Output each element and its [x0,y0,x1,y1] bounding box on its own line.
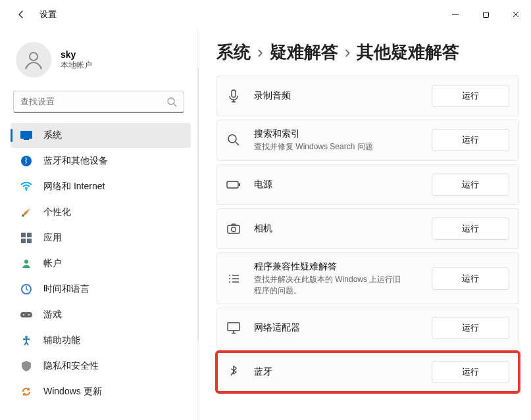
sidebar-item-label: Windows 更新 [43,386,102,398]
list-icon [226,271,241,286]
run-button[interactable]: 运行 [432,174,509,196]
svg-point-29 [229,278,230,279]
troubleshooter-network-adapter: 网络适配器 运行 [216,308,519,348]
svg-rect-23 [227,181,238,188]
bluetooth-icon [226,365,241,379]
search-box[interactable] [13,91,184,113]
svg-rect-16 [20,312,32,317]
run-button[interactable]: 运行 [432,268,509,290]
sidebar-item-privacy[interactable]: 隐私和安全性 [11,354,191,379]
sidebar-item-label: 辅助功能 [43,335,80,346]
sidebar-item-label: 蓝牙和其他设备 [43,155,108,167]
sidebar-item-time-language[interactable]: 时间和语言 [11,277,191,302]
troubleshooter-subtitle: 查找并解决在此版本的 Windows 上运行旧程序的问题。 [254,274,405,296]
troubleshooter-title: 程序兼容性疑难解答 [254,261,432,273]
sidebar-item-label: 网络和 Internet [43,181,105,193]
svg-point-2 [30,53,38,60]
run-button[interactable]: 运行 [432,129,509,151]
svg-rect-10 [21,233,26,237]
svg-rect-33 [228,323,240,331]
breadcrumb: 系统 › 疑难解答 › 其他疑难解答 [216,41,519,64]
svg-point-9 [22,214,24,217]
svg-line-22 [236,142,239,145]
search-input[interactable] [20,97,166,106]
svg-rect-5 [20,131,32,139]
sidebar-item-accessibility[interactable]: 辅助功能 [11,328,191,353]
sidebar-item-gaming[interactable]: 游戏 [11,302,191,327]
user-subtitle: 本地帐户 [61,60,92,71]
apps-icon [20,231,33,245]
troubleshooter-subtitle: 查找并修复 Windows Search 问题 [254,141,405,152]
troubleshooter-record-audio: 录制音频 运行 [216,76,519,116]
sidebar: sky 本地帐户 系统 蓝牙和其他设备 网络和 I [0,29,197,420]
svg-rect-25 [228,225,240,233]
run-button[interactable]: 运行 [432,218,509,240]
search-icon [166,97,177,107]
svg-point-31 [229,281,230,283]
troubleshooter-power: 电源 运行 [216,164,519,205]
window-title: 设置 [39,9,57,20]
user-block[interactable]: sky 本地帐户 [0,35,197,91]
breadcrumb-system[interactable]: 系统 [216,41,251,64]
sidebar-item-apps[interactable]: 应用 [11,225,191,250]
breadcrumb-separator: › [345,42,351,62]
troubleshooter-camera: 相机 运行 [216,208,519,249]
troubleshooter-title: 录制音频 [254,90,432,102]
troubleshooter-compatibility: 程序兼容性疑难解答 查找并解决在此版本的 Windows 上运行旧程序的问题。 … [216,252,519,305]
sidebar-item-label: 个性化 [43,206,71,218]
brush-icon [20,206,33,219]
back-button[interactable] [13,7,29,22]
troubleshooter-title: 网络适配器 [254,322,432,334]
sidebar-item-label: 游戏 [43,309,62,321]
accessibility-icon [20,334,33,347]
troubleshooter-title: 电源 [254,179,432,191]
troubleshooter-search-index: 搜索和索引 查找并修复 Windows Search 问题 运行 [216,120,519,161]
window-controls [440,4,531,25]
minimize-button[interactable] [440,4,470,25]
run-button[interactable]: 运行 [432,361,509,383]
gamepad-icon [20,308,33,321]
svg-point-14 [24,260,28,264]
run-button[interactable]: 运行 [432,85,509,107]
nav: 系统 蓝牙和其他设备 网络和 Internet 个性化 应用 帐户 [0,122,197,420]
troubleshooter-list: 录制音频 运行 搜索和索引 查找并修复 Windows Search 问题 运行… [216,76,519,392]
svg-point-26 [232,227,236,231]
monitor-icon [226,321,241,335]
svg-point-18 [28,314,30,315]
svg-rect-1 [483,12,488,17]
sidebar-item-label: 帐户 [43,258,62,269]
sidebar-item-bluetooth[interactable]: 蓝牙和其他设备 [11,149,191,174]
avatar [16,42,51,78]
shield-icon [20,360,33,373]
wifi-icon [20,180,33,193]
update-icon [20,385,33,398]
person-icon [20,257,33,270]
sidebar-item-network[interactable]: 网络和 Internet [11,174,191,199]
close-button[interactable] [501,4,531,25]
user-name: sky [61,49,92,60]
svg-point-17 [23,314,24,315]
sidebar-item-label: 系统 [43,129,62,141]
sidebar-item-windows-update[interactable]: Windows 更新 [11,379,191,404]
svg-point-19 [25,336,28,338]
main-panel: 系统 › 疑难解答 › 其他疑难解答 录制音频 运行 搜索和索引 查找并修复 W… [197,29,531,420]
titlebar: 设置 [0,0,531,29]
sidebar-item-label: 隐私和安全性 [43,360,99,372]
sidebar-item-label: 时间和语言 [43,283,89,295]
battery-icon [226,177,241,192]
svg-point-27 [229,275,230,276]
microphone-icon [226,89,241,103]
svg-rect-20 [232,90,236,97]
troubleshooter-title: 搜索和索引 [254,128,432,140]
maximize-button[interactable] [470,4,501,25]
clock-globe-icon [20,283,33,296]
breadcrumb-troubleshoot[interactable]: 疑难解答 [270,41,338,64]
sidebar-item-accounts[interactable]: 帐户 [11,251,191,276]
sidebar-item-personalization[interactable]: 个性化 [11,200,191,225]
run-button[interactable]: 运行 [432,317,509,339]
svg-point-3 [168,98,174,105]
sidebar-item-system[interactable]: 系统 [11,123,191,148]
svg-rect-24 [239,183,240,186]
svg-point-8 [26,189,28,191]
svg-line-4 [174,104,176,106]
